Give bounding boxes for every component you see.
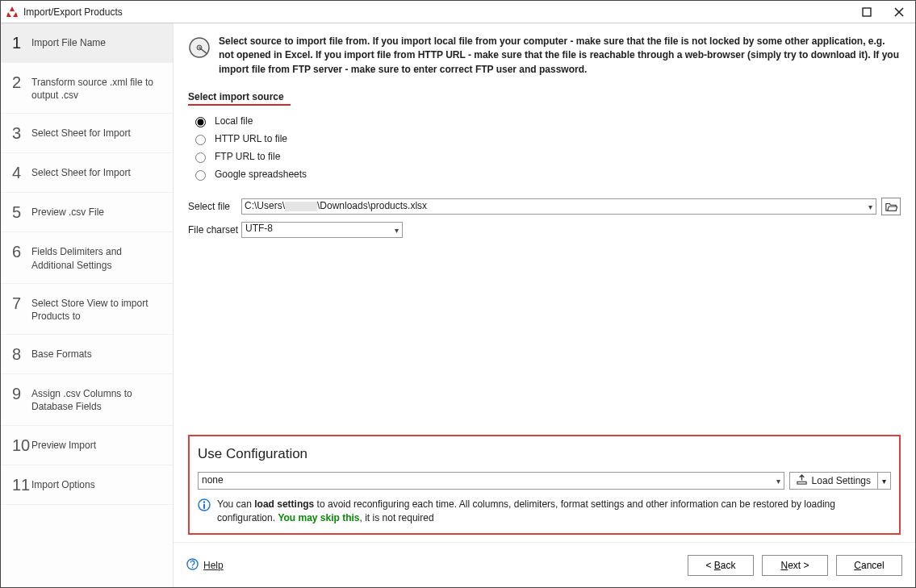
step-5[interactable]: 5 Preview .csv File xyxy=(1,193,173,232)
load-settings-button[interactable]: Load Settings xyxy=(789,472,878,490)
wizard-steps-sidebar: 1 Import File Name 2 Transform source .x… xyxy=(1,23,174,587)
configuration-note: You can load settings to avoid reconfigu… xyxy=(198,498,891,525)
window-title: Import/Export Products xyxy=(23,6,855,18)
use-configuration-heading: Use Configuration xyxy=(198,446,891,462)
svg-rect-0 xyxy=(863,8,871,16)
select-import-source-label: Select import source xyxy=(188,91,291,106)
upload-icon xyxy=(797,474,807,487)
load-settings-dropdown[interactable]: ▾ xyxy=(878,472,891,490)
chevron-down-icon: ▾ xyxy=(395,226,399,235)
chevron-down-icon: ▾ xyxy=(776,477,780,486)
radio-local-file[interactable]: Local file xyxy=(191,112,901,130)
svg-rect-9 xyxy=(203,504,205,509)
radio-ftp-url-input[interactable] xyxy=(195,152,206,163)
cancel-button[interactable]: Cancel xyxy=(836,555,902,576)
step-2[interactable]: 2 Transform source .xml file to output .… xyxy=(1,63,173,114)
step-3[interactable]: 3 Select Sheet for Import xyxy=(1,114,173,153)
step-10[interactable]: 10 Preview Import xyxy=(1,426,173,465)
file-charset-select[interactable]: UTF-8 ▾ xyxy=(241,222,403,238)
wizard-content: Select source to import file from. If yo… xyxy=(174,23,915,587)
radio-google-spreadsheets[interactable]: Google spreadsheets xyxy=(191,165,901,183)
info-text: Select source to import file from. If yo… xyxy=(219,35,901,77)
configuration-select[interactable]: none ▾ xyxy=(198,472,784,490)
import-source-radio-group: Local file HTTP URL to file FTP URL to f… xyxy=(191,112,901,183)
step-9[interactable]: 9 Assign .csv Columns to Database Fields xyxy=(1,374,173,425)
titlebar: Import/Export Products xyxy=(1,1,915,23)
step-6[interactable]: 6 Fields Delimiters and Additional Setti… xyxy=(1,232,173,283)
step-7[interactable]: 7 Select Store View to import Products t… xyxy=(1,284,173,335)
browse-button[interactable] xyxy=(881,198,901,215)
step-11[interactable]: 11 Import Options xyxy=(1,465,173,505)
radio-http-url[interactable]: HTTP URL to file xyxy=(191,130,901,148)
app-icon xyxy=(6,6,19,19)
help-link[interactable]: Help xyxy=(186,558,224,573)
step-1[interactable]: 1 Import File Name xyxy=(1,23,173,63)
wizard-window: Import/Export Products 1 Import File Nam… xyxy=(0,0,916,588)
chevron-down-icon: ▾ xyxy=(868,202,872,211)
file-path-combobox[interactable]: ▾ C:\Users\\Downloads\products.xlsx xyxy=(241,198,876,215)
close-button[interactable] xyxy=(888,3,910,21)
hard-drive-icon xyxy=(188,36,211,59)
info-icon xyxy=(198,498,211,511)
radio-google-spreadsheets-input[interactable] xyxy=(195,170,206,181)
help-icon xyxy=(186,558,199,573)
svg-point-8 xyxy=(203,501,205,503)
radio-local-file-input[interactable] xyxy=(195,117,206,127)
svg-point-11 xyxy=(192,566,194,568)
radio-http-url-input[interactable] xyxy=(195,135,206,145)
svg-rect-6 xyxy=(797,482,806,484)
next-button[interactable]: Next > xyxy=(762,555,828,576)
use-configuration-panel: Use Configuration none ▾ xyxy=(188,435,901,535)
back-button[interactable]: < Back xyxy=(688,555,754,576)
step-8[interactable]: 8 Base Formats xyxy=(1,335,173,374)
radio-ftp-url[interactable]: FTP URL to file xyxy=(191,148,901,165)
maximize-button[interactable] xyxy=(855,3,878,21)
wizard-footer: Help < Back Next > Cancel xyxy=(174,542,915,587)
step-4[interactable]: 4 Select Sheet for Import xyxy=(1,153,173,193)
file-charset-label: File charset xyxy=(188,224,241,236)
select-file-label: Select file xyxy=(188,201,241,212)
